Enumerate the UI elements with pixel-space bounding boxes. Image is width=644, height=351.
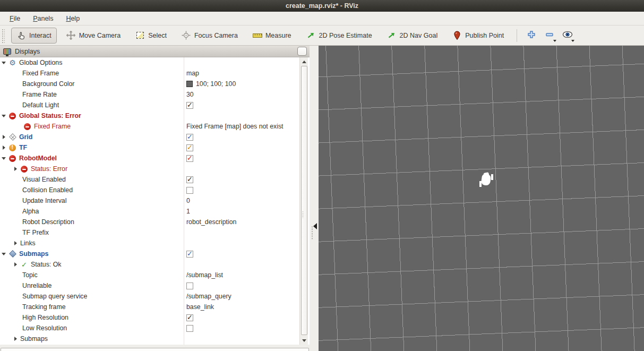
property-value-cell[interactable]	[184, 280, 299, 291]
property-value-cell[interactable]	[184, 142, 299, 153]
tree-row[interactable]: Background Color100; 100; 100	[0, 79, 299, 89]
remove-tool-button[interactable]	[543, 28, 556, 43]
checkbox[interactable]	[186, 187, 193, 194]
tool-focus-camera[interactable]: Focus Camera	[176, 28, 243, 44]
property-value-cell	[184, 333, 299, 344]
tree-row[interactable]: Robot Descriptionrobot_description	[0, 217, 299, 227]
tree-row[interactable]: Tracking framebase_link	[0, 302, 299, 312]
value-text: 0	[186, 197, 190, 204]
menu-help[interactable]: Help	[61, 13, 85, 24]
scroll-up-button[interactable]	[300, 58, 307, 65]
expand-arrow-icon[interactable]	[13, 262, 20, 267]
property-value-cell[interactable]	[184, 174, 299, 185]
property-value-cell[interactable]: /submap_list	[184, 270, 299, 280]
property-value-cell[interactable]: base_link	[184, 302, 299, 312]
checkbox[interactable]	[186, 134, 193, 141]
tree-row[interactable]: Fixed Framemap	[0, 68, 299, 79]
tree-row[interactable]: TF	[0, 142, 299, 153]
tool-measure[interactable]: Measure	[247, 28, 297, 44]
tree-row[interactable]: Collision Enabled	[0, 185, 299, 195]
tree-row[interactable]: Submaps	[0, 333, 299, 344]
collapse-arrow-icon[interactable]	[1, 60, 8, 65]
checkbox[interactable]	[186, 251, 193, 258]
expand-arrow-icon[interactable]	[1, 145, 8, 150]
tree-row[interactable]: Topic/submap_list	[0, 270, 299, 280]
expand-arrow-icon[interactable]	[13, 241, 20, 246]
tree-row[interactable]: RobotModel	[0, 153, 299, 164]
tree-row[interactable]: Visual Enabled	[0, 174, 299, 185]
checkbox[interactable]	[186, 314, 193, 321]
tree-row[interactable]: Global Options	[0, 57, 299, 68]
tree-row[interactable]: Default Light	[0, 100, 299, 110]
vertical-splitter[interactable]	[310, 46, 319, 351]
tree-row[interactable]: Unreliable	[0, 280, 299, 291]
collapse-panel-arrow-icon[interactable]	[313, 223, 317, 229]
tree-row[interactable]: Alpha1	[0, 206, 299, 217]
add-tool-button[interactable]	[525, 28, 538, 43]
collapse-arrow-icon[interactable]	[1, 113, 8, 118]
property-value-cell[interactable]	[184, 249, 299, 259]
property-value-cell[interactable]: 1	[184, 206, 299, 217]
tree-row[interactable]: Fixed FrameFixed Frame [map] does not ex…	[0, 121, 299, 132]
property-value-cell[interactable]	[184, 312, 299, 323]
menu-panels[interactable]: Panels	[28, 13, 58, 24]
property-value-cell[interactable]: /submap_query	[184, 291, 299, 302]
scroll-down-button[interactable]	[300, 337, 307, 344]
tree-row[interactable]: Submaps	[0, 249, 299, 259]
property-value-cell[interactable]: Fixed Frame [map] does not exist	[184, 121, 299, 132]
expand-arrow-icon[interactable]	[1, 134, 8, 140]
checkbox[interactable]	[186, 176, 193, 183]
panel-float-button[interactable]	[297, 47, 307, 56]
tree-row[interactable]: Low Resolution	[0, 323, 299, 333]
property-value-cell[interactable]	[184, 132, 299, 142]
checkbox[interactable]	[186, 155, 193, 162]
tree-row[interactable]: Frame Rate30	[0, 89, 299, 100]
color-swatch[interactable]	[186, 81, 193, 87]
tool-select[interactable]: Select	[130, 28, 172, 44]
expand-arrow-icon[interactable]	[13, 336, 20, 341]
property-name-cell: Robot Description	[0, 217, 184, 227]
tree-row[interactable]: Submap query service/submap_query	[0, 291, 299, 302]
property-value-cell[interactable]: robot_description	[184, 217, 299, 227]
tree-row[interactable]: Links	[0, 238, 299, 249]
robot-model-marker[interactable]	[479, 173, 495, 189]
3d-viewport[interactable]	[319, 46, 644, 351]
checkbox[interactable]	[186, 282, 193, 289]
vertical-scrollbar[interactable]	[299, 57, 308, 345]
tool-interact[interactable]: Interact	[11, 28, 57, 44]
expand-arrow-icon[interactable]	[13, 166, 20, 172]
property-value-cell[interactable]	[184, 153, 299, 164]
checkbox[interactable]	[186, 325, 193, 332]
scrollbar-thumb[interactable]	[301, 66, 307, 335]
horizontal-splitter[interactable]	[0, 345, 310, 348]
tool-publish-point[interactable]: Publish Point	[447, 28, 509, 44]
toolbar-drag-handle[interactable]	[1, 28, 5, 43]
tool-label: Publish Point	[465, 32, 504, 39]
title-bar[interactable]: create_map.rviz* - RViz	[0, 0, 644, 12]
property-value-cell[interactable]	[184, 100, 299, 110]
property-value-cell[interactable]: map	[184, 68, 299, 79]
tree-row[interactable]: TF Prefix	[0, 227, 299, 238]
tree-row[interactable]: Status: Ok	[0, 259, 299, 270]
property-value-cell[interactable]	[184, 185, 299, 195]
collapse-arrow-icon[interactable]	[1, 156, 8, 161]
collapse-arrow-icon[interactable]	[1, 251, 8, 256]
property-value-cell[interactable]: 0	[184, 195, 299, 206]
tree-row[interactable]: High Resolution	[0, 312, 299, 323]
checkbox[interactable]	[186, 144, 193, 151]
property-value-cell[interactable]	[184, 323, 299, 333]
tree-row[interactable]: Status: Error	[0, 164, 299, 174]
tool-visibility-button[interactable]	[561, 28, 574, 43]
property-value-cell[interactable]: 100; 100; 100	[184, 79, 299, 89]
tree-row[interactable]: Global Status: Error	[0, 110, 299, 121]
tool-move-camera[interactable]: Move Camera	[61, 28, 126, 44]
tool-label: Measure	[265, 32, 291, 39]
tool-2d-pose-estimate[interactable]: 2D Pose Estimate	[301, 28, 377, 44]
menu-file[interactable]: File	[4, 13, 25, 24]
property-value-cell[interactable]: 30	[184, 89, 299, 100]
checkbox[interactable]	[186, 102, 193, 109]
displays-panel-header[interactable]: Displays	[0, 46, 310, 57]
tool-2d-nav-goal[interactable]: 2D Nav Goal	[382, 28, 443, 44]
tree-row[interactable]: Grid	[0, 132, 299, 142]
tree-row[interactable]: Update Interval0	[0, 195, 299, 206]
